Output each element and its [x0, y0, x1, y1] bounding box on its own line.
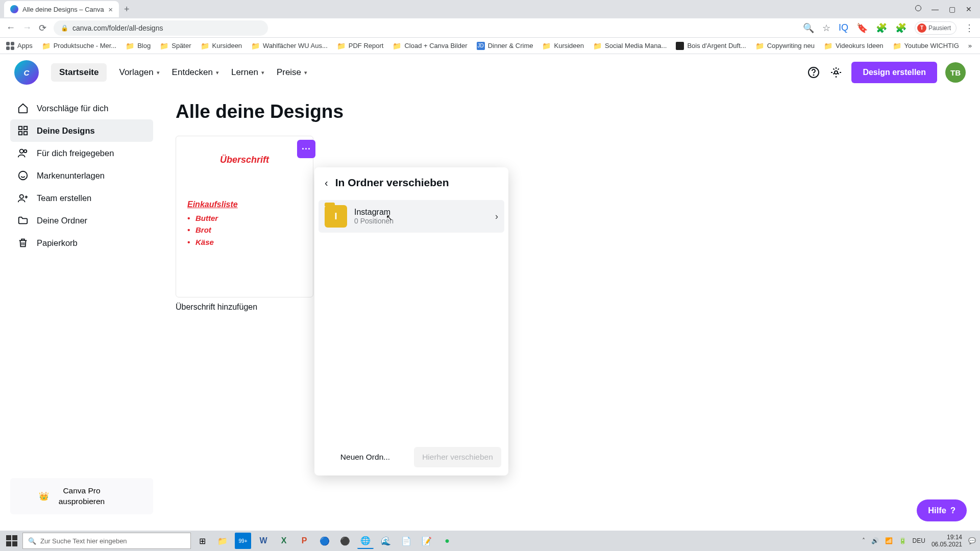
move-to-folder-popover: ‹ In Ordner verschieben I Instagram 0 Po…: [314, 167, 508, 475]
address-bar: ← → ⟳ 🔒 canva.com/folder/all-designs 🔍 ☆…: [0, 18, 980, 38]
search-placeholder: Zur Suche Text hier eingeben: [40, 537, 127, 545]
notifications-icon[interactable]: 💬: [968, 537, 976, 544]
people-icon: [17, 147, 29, 159]
volume-icon[interactable]: 🔊: [871, 537, 879, 544]
new-tab-button[interactable]: +: [124, 4, 130, 15]
app-icon[interactable]: 🔵: [316, 533, 333, 549]
reload-icon[interactable]: ⟳: [39, 22, 46, 34]
excel-icon[interactable]: X: [276, 533, 292, 549]
start-button[interactable]: [4, 533, 19, 548]
nav-lernen[interactable]: Lernen▾: [231, 67, 264, 78]
create-design-button[interactable]: Design erstellen: [851, 62, 937, 83]
help-button[interactable]: Hilfe ?: [917, 499, 967, 521]
back-icon[interactable]: ←: [6, 22, 15, 33]
design-card[interactable]: Überschrift Einkaufsliste Butter Brot Kä…: [176, 136, 313, 312]
sidebar-item-designs[interactable]: Deine Designs: [10, 119, 153, 142]
thumb-list: Butter Brot Käse: [187, 212, 302, 248]
menu-icon[interactable]: ⋮: [965, 22, 974, 34]
popover-title: In Ordner verschieben: [335, 177, 449, 189]
bookmark-item[interactable]: Kursideen: [542, 42, 584, 50]
battery-icon[interactable]: 🔋: [899, 537, 906, 544]
browser-tab[interactable]: Alle deine Designs – Canva ×: [4, 1, 119, 17]
sidebar-item-label: Deine Designs: [37, 126, 95, 136]
obs-icon[interactable]: ⚫: [337, 533, 353, 549]
bookmark-item[interactable]: Blog: [126, 42, 151, 50]
star-icon[interactable]: ☆: [822, 22, 830, 34]
search-icon: 🔍: [28, 537, 36, 545]
svg-point-10: [20, 195, 23, 198]
edge-icon[interactable]: 🌊: [378, 533, 394, 549]
bookmark-item[interactable]: Produktsuche - Mer...: [42, 42, 117, 50]
bookmark-item[interactable]: Später: [160, 42, 191, 50]
bookmark-item[interactable]: Social Media Mana...: [593, 42, 667, 50]
bookmarks-bar: Apps Produktsuche - Mer... Blog Später K…: [0, 38, 980, 54]
bookmark-item[interactable]: Cload + Canva Bilder: [393, 42, 467, 50]
nav-entdecken[interactable]: Entdecken▾: [172, 67, 219, 78]
sidebar-item-team[interactable]: Team erstellen: [10, 187, 153, 209]
profile-avatar-icon: T: [917, 23, 926, 33]
bookmark-item[interactable]: Videokurs Ideen: [824, 42, 884, 50]
bookmark-item[interactable]: Kursideen: [201, 42, 242, 50]
gear-icon[interactable]: [829, 65, 843, 80]
explorer-icon[interactable]: 📁: [214, 533, 231, 549]
folder-option-instagram[interactable]: I Instagram 0 Positionen › ↖: [318, 200, 504, 233]
account-indicator-icon[interactable]: [915, 5, 921, 11]
canva-logo[interactable]: C: [14, 60, 39, 85]
ext2-icon[interactable]: 🔖: [856, 22, 868, 34]
spotify-icon[interactable]: ●: [439, 533, 455, 549]
task-view-icon[interactable]: ⊞: [194, 533, 210, 549]
word-icon[interactable]: W: [255, 533, 272, 549]
team-plus-icon: [17, 192, 29, 204]
sidebar-item-brand[interactable]: Markenunterlagen: [10, 164, 153, 187]
profile-chip[interactable]: T Pausiert: [915, 21, 957, 35]
close-tab-icon[interactable]: ×: [108, 5, 113, 14]
card-more-button[interactable]: ···: [297, 140, 315, 158]
tray-chevron-icon[interactable]: ˄: [862, 537, 865, 544]
ext3-icon[interactable]: 🧩: [876, 22, 887, 34]
language-indicator[interactable]: DEU: [913, 537, 925, 544]
apps-shortcut[interactable]: Apps: [6, 42, 33, 50]
maximize-icon[interactable]: ▢: [949, 5, 955, 13]
chevron-down-icon: ▾: [216, 69, 219, 76]
close-window-icon[interactable]: ✕: [966, 5, 972, 13]
svg-point-1: [814, 75, 814, 76]
mail-icon[interactable]: 99+: [235, 533, 251, 549]
taskbar-clock[interactable]: 19:14 06.05.2021: [932, 534, 962, 548]
app2-icon[interactable]: 📄: [398, 533, 414, 549]
svg-point-2: [835, 71, 838, 74]
bookmark-item[interactable]: JDDinner & Crime: [477, 42, 533, 50]
url-text: canva.com/folder/all-designs: [72, 24, 163, 32]
nav-startseite[interactable]: Startseite: [51, 63, 107, 82]
user-avatar[interactable]: TB: [945, 62, 966, 83]
sidebar-item-label: Markenunterlagen: [37, 171, 105, 181]
nav-preise[interactable]: Preise▾: [277, 67, 307, 78]
minimize-icon[interactable]: —: [932, 5, 939, 13]
bookmark-item[interactable]: Wahlfächer WU Aus...: [251, 42, 328, 50]
nav-vorlagen[interactable]: Vorlagen▾: [119, 67, 159, 78]
bookmark-item[interactable]: Bois d'Argent Duft...: [676, 42, 746, 50]
bookmarks-overflow-icon[interactable]: »: [968, 42, 972, 49]
browser-tab-bar: Alle deine Designs – Canva × + — ▢ ✕: [0, 0, 980, 18]
sidebar-item-shared[interactable]: Für dich freigegeben: [10, 142, 153, 164]
bookmark-item[interactable]: Copywriting neu: [755, 42, 815, 50]
canva-pro-upsell[interactable]: 👑 Canva Pro ausprobieren: [10, 478, 153, 514]
notepad-icon[interactable]: 📝: [419, 533, 435, 549]
extensions-icon[interactable]: 🧩: [895, 22, 906, 34]
sidebar-item-vorschlaege[interactable]: Vorschläge für dich: [10, 97, 153, 119]
taskbar-search[interactable]: 🔍 Zur Suche Text hier eingeben: [22, 533, 191, 549]
popover-back-icon[interactable]: ‹: [325, 177, 328, 189]
new-folder-button[interactable]: Neuen Ordn...: [322, 447, 409, 467]
sidebar-item-trash[interactable]: Papierkorb: [10, 232, 153, 254]
wifi-icon[interactable]: 📶: [885, 537, 893, 544]
chrome-icon[interactable]: 🌐: [357, 533, 374, 549]
url-field[interactable]: 🔒 canva.com/folder/all-designs: [54, 20, 268, 36]
bookmark-favicon: JD: [477, 42, 485, 50]
powerpoint-icon[interactable]: P: [296, 533, 312, 549]
zoom-icon[interactable]: 🔍: [803, 22, 814, 34]
ext1-icon[interactable]: IQ: [839, 22, 848, 33]
svg-rect-5: [19, 132, 22, 135]
help-icon[interactable]: [806, 65, 821, 80]
bookmark-item[interactable]: PDF Report: [337, 42, 384, 50]
sidebar-item-folders[interactable]: Deine Ordner: [10, 209, 153, 232]
bookmark-item[interactable]: Youtube WICHTIG: [893, 42, 959, 50]
